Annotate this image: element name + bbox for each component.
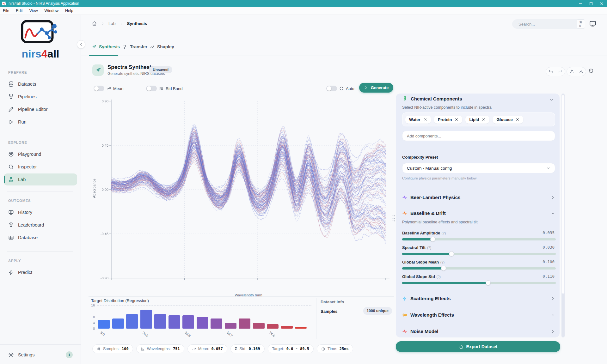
- slider-thumb[interactable]: [430, 237, 435, 242]
- close-icon[interactable]: [423, 118, 427, 121]
- histogram-bar: [211, 318, 222, 329]
- histogram-bar: [112, 318, 124, 329]
- chevron-down-icon[interactable]: [549, 97, 554, 102]
- panel-resize-grip[interactable]: [392, 214, 395, 222]
- slider-thumb[interactable]: [486, 280, 491, 285]
- breadcrumb-lab[interactable]: Lab: [108, 21, 116, 26]
- window-titlebar: nirs4all Studio - NIRS Analysis Applicat…: [0, 0, 607, 7]
- dataset-info-title: Dataset Info: [321, 300, 344, 304]
- tab-synthesis[interactable]: Synthesis: [92, 44, 120, 49]
- menu-file[interactable]: File: [3, 9, 9, 13]
- stat-time: Time:25ms: [317, 344, 353, 353]
- chevron-right-icon: [101, 22, 105, 26]
- tab-shapley[interactable]: Shapley: [150, 44, 174, 49]
- maximize-button[interactable]: [586, 0, 596, 7]
- panel-scrollbar-thumb[interactable]: [561, 95, 565, 294]
- baseline-drift-section[interactable]: Baseline & Drift: [402, 210, 555, 216]
- sidebar-item-playground[interactable]: Playground: [4, 148, 77, 160]
- sidebar-item-pipeline-editor[interactable]: Pipeline Editor: [4, 103, 77, 115]
- upload-icon[interactable]: [569, 69, 574, 74]
- physics-config-panel: Chemical Components Select NIR-active co…: [396, 94, 560, 337]
- page-icon: [92, 64, 104, 76]
- chemical-components-header[interactable]: Chemical Components: [402, 96, 462, 101]
- chip-protein[interactable]: Protein: [434, 116, 463, 124]
- sidebar-item-lab[interactable]: Lab: [4, 173, 77, 185]
- display-mode-button[interactable]: [589, 20, 596, 27]
- dataset-info-samples-label: Samples: [321, 309, 337, 314]
- menu-window[interactable]: Window: [45, 9, 58, 13]
- menu-view[interactable]: View: [29, 9, 38, 13]
- close-icon[interactable]: [516, 118, 519, 121]
- minimize-button[interactable]: [575, 0, 586, 7]
- chip-glucose[interactable]: Glucose: [493, 116, 523, 124]
- histogram-bar: [98, 320, 110, 329]
- noise-model-section[interactable]: Noise Model: [402, 329, 555, 334]
- slider-thumb[interactable]: [449, 251, 454, 256]
- search-input[interactable]: [518, 22, 574, 27]
- wavelength-effects-section[interactable]: Wavelength Effects: [402, 312, 555, 318]
- sidebar-item-settings[interactable]: Settings 1: [4, 349, 77, 361]
- status-badge: Unsaved: [149, 66, 172, 73]
- sigma-icon: Σ: [235, 347, 237, 351]
- section-label-outcomes: OUTCOMES: [8, 199, 31, 203]
- gridline: [97, 323, 311, 323]
- export-dataset-button[interactable]: Export Dataset: [396, 341, 560, 352]
- add-components-input[interactable]: [402, 131, 555, 141]
- undo-icon[interactable]: [549, 69, 553, 74]
- scattering-effects-section[interactable]: Scattering Effects: [402, 296, 555, 301]
- sidebar-item-history[interactable]: History: [4, 206, 77, 218]
- beer-lambert-section[interactable]: Beer-Lambert Physics: [402, 195, 555, 200]
- undo-redo-group: [546, 67, 565, 76]
- sidebar-item-leaderboard[interactable]: Leaderboard: [4, 219, 77, 231]
- section-label-apply: APPLY: [8, 259, 21, 263]
- complexity-preset-select[interactable]: Custom - Manual config: [402, 163, 555, 173]
- tab-transfer[interactable]: Transfer: [123, 44, 147, 49]
- histogram-bar: [267, 324, 279, 329]
- sparkles-icon: [95, 67, 101, 73]
- close-button[interactable]: [596, 0, 607, 7]
- app-icon: [2, 2, 6, 5]
- breadcrumb-synthesis: Synthesis: [127, 21, 147, 26]
- home-icon[interactable]: [92, 21, 97, 26]
- histogram-bar: [253, 323, 265, 329]
- sidebar-collapse-button[interactable]: [77, 40, 85, 49]
- menu-edit[interactable]: Edit: [16, 9, 23, 13]
- sidebar-item-run[interactable]: Run: [4, 116, 77, 128]
- chip-lipid[interactable]: Lipid: [465, 116, 489, 124]
- section-label-explore: EXPLORE: [8, 141, 27, 144]
- sidebar-item-datasets[interactable]: Datasets: [4, 78, 77, 90]
- chip-water[interactable]: Water: [405, 116, 431, 124]
- preset-note: Configure physics parameters manually be…: [402, 176, 476, 180]
- auto-toggle[interactable]: [326, 86, 337, 91]
- mean-toggle[interactable]: [94, 86, 104, 91]
- histogram-bar: [126, 314, 138, 329]
- menu-help[interactable]: Help: [65, 9, 73, 13]
- std-band-toggle[interactable]: [146, 86, 157, 91]
- divider: [89, 296, 394, 297]
- chevron-right-icon: [551, 195, 555, 200]
- spectra-chart: [95, 94, 392, 281]
- sidebar-item-inspector[interactable]: Inspector: [4, 161, 77, 173]
- generate-button[interactable]: Generate: [359, 83, 393, 93]
- close-icon[interactable]: [482, 118, 486, 121]
- std-band-toggle-group: Std Band: [146, 86, 183, 91]
- divider: [7, 251, 73, 252]
- zap-icon: [8, 270, 14, 275]
- activity-icon: [402, 211, 407, 216]
- sidebar-item-database[interactable]: Database: [4, 232, 77, 244]
- section-label-prepare: PREPARE: [8, 70, 27, 74]
- slider-thumb[interactable]: [441, 266, 446, 271]
- sidebar-item-predict[interactable]: Predict: [4, 266, 77, 278]
- download-icon[interactable]: [579, 69, 584, 74]
- close-icon[interactable]: [455, 118, 458, 121]
- redo-icon[interactable]: [558, 69, 563, 74]
- chevron-down-icon: [546, 166, 550, 170]
- pipelines-icon: [8, 94, 14, 100]
- histogram-bar: [239, 318, 250, 329]
- play-icon: [8, 119, 14, 125]
- search-box[interactable]: ⌘ K: [512, 19, 583, 29]
- auto-toggle-group: Auto: [326, 86, 354, 91]
- complexity-preset-label: Complexity Preset: [402, 155, 438, 160]
- reset-button[interactable]: [588, 68, 594, 74]
- sidebar-item-pipelines[interactable]: Pipelines: [4, 91, 77, 103]
